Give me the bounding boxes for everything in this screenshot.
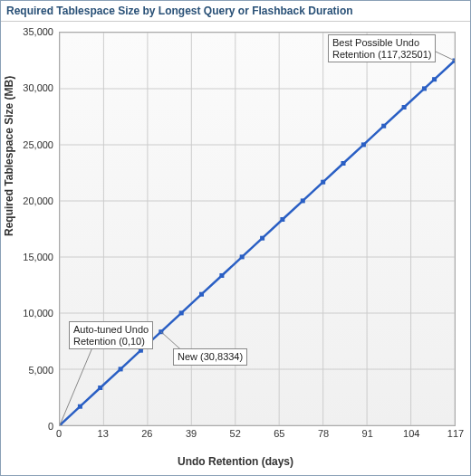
svg-rect-20	[98, 386, 102, 390]
y-tick: 0	[17, 421, 53, 432]
svg-rect-34	[381, 124, 386, 129]
svg-rect-28	[260, 236, 264, 241]
svg-rect-31	[321, 180, 325, 185]
x-tick: 26	[141, 428, 152, 439]
y-tick: 30,000	[17, 82, 53, 93]
svg-rect-24	[179, 310, 184, 315]
svg-rect-32	[341, 161, 346, 166]
svg-rect-19	[78, 405, 82, 409]
chart-svg	[60, 33, 455, 425]
annotation-auto-tuned: Auto-tuned UndoRetention (0,10)	[69, 321, 153, 349]
y-tick: 25,000	[17, 139, 53, 150]
svg-rect-26	[219, 273, 224, 278]
y-tick: 10,000	[17, 308, 53, 319]
svg-rect-29	[280, 217, 284, 222]
svg-rect-37	[432, 77, 437, 81]
svg-rect-33	[361, 142, 366, 147]
x-axis-label: Undo Retention (days)	[1, 455, 470, 468]
plot-area	[59, 32, 456, 426]
chart-title: Required Tablespace Size by Longest Quer…	[1, 1, 470, 22]
y-tick: 20,000	[17, 195, 53, 206]
y-tick: 15,000	[17, 252, 53, 262]
annotation-best-possible: Best Possible UndoRetention (117,32501)	[328, 34, 436, 62]
x-tick: 0	[56, 428, 62, 439]
y-axis-label: Required Tablespace Size (MB)	[3, 76, 15, 236]
svg-rect-30	[301, 198, 305, 203]
annotation-new: New (30,8334)	[173, 348, 247, 366]
x-tick: 13	[98, 428, 109, 439]
svg-rect-27	[240, 254, 245, 259]
svg-rect-25	[199, 292, 204, 297]
x-tick: 39	[186, 428, 197, 439]
y-tick: 35,000	[17, 26, 53, 37]
chart-panel: Required Tablespace Size by Longest Quer…	[0, 0, 471, 476]
x-tick: 65	[274, 428, 284, 439]
svg-rect-35	[402, 105, 407, 109]
x-tick: 104	[403, 428, 419, 439]
svg-line-39	[60, 347, 92, 425]
svg-rect-21	[119, 367, 123, 371]
x-tick: 52	[230, 428, 241, 439]
x-tick: 78	[318, 428, 329, 439]
x-tick: 117	[447, 428, 464, 439]
x-tick: 91	[362, 428, 373, 439]
svg-rect-36	[422, 86, 427, 90]
y-tick: 5,000	[17, 365, 53, 376]
